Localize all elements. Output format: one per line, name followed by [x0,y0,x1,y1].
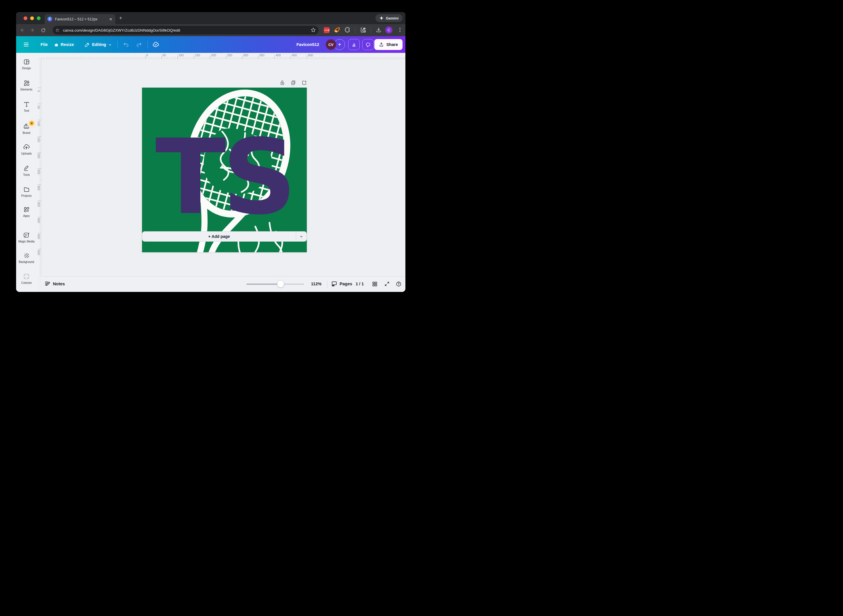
site-settings-icon[interactable] [54,27,61,33]
tab-strip: C Favicon512 – 512 × 512px ✕ + Gemini [16,12,405,24]
comments-button[interactable] [362,39,374,50]
notes-button[interactable]: Notes [44,281,65,287]
unlock-page-icon[interactable] [280,80,285,86]
topbar-divider [117,41,118,48]
extension-password-icon[interactable] [323,27,330,35]
insights-button[interactable] [348,39,360,50]
notes-icon [44,281,50,287]
zoom-slider-thumb[interactable] [277,281,284,287]
bar-chart-icon [352,42,356,47]
pen-icon [85,42,90,47]
canva-favicon-icon: C [47,17,52,22]
ruler-horizontal[interactable]: 0 50 100 150 200 250 300 350 400 450 500 [37,53,405,59]
editor-main: Design Elements Text ♛ co Brand Uploads [16,53,405,292]
gemini-button[interactable]: Gemini [375,14,403,22]
sidebar-item-design[interactable]: Design [16,59,37,70]
expand-icon [384,281,390,287]
page-controls [280,80,307,86]
user-avatar[interactable]: CV [326,40,336,50]
gemini-star-icon [380,16,384,20]
download-icon[interactable] [375,27,382,34]
sidebar-item-uploads[interactable]: Uploads [16,144,37,155]
sidebar-item-tools[interactable]: Tools [16,165,37,176]
chevron-down-icon [300,235,303,238]
canvas-workspace: TS + Add page [41,59,405,276]
maximize-window-button[interactable] [37,16,41,20]
sidebar-item-colorize[interactable]: Colorize [16,273,37,285]
ruler-major-ticks [145,55,307,59]
forward-button[interactable] [29,26,36,34]
topbar-divider [147,41,148,48]
pages-icon [331,281,337,287]
share-upload-icon [379,42,384,47]
duplicate-page-icon[interactable] [290,80,296,86]
zoom-slider[interactable] [247,284,303,285]
minimize-window-button[interactable] [30,16,34,20]
resize-button[interactable]: Resize [54,36,74,53]
grid-view-icon [372,281,378,287]
tab-title: Favicon512 – 512 × 512px [55,17,107,21]
add-page-icon[interactable] [301,80,307,86]
redo-button[interactable] [136,36,142,53]
back-button[interactable] [18,26,26,34]
cloud-save-status-icon [152,36,159,53]
gemini-label: Gemini [386,16,399,21]
reload-button[interactable] [40,26,47,34]
profile-avatar[interactable]: C [385,26,393,34]
new-tab-button[interactable]: + [119,15,122,21]
browser-window: C Favicon512 – 512 × 512px ✕ + Gemini ca… [16,12,405,292]
help-button[interactable] [396,281,402,288]
bookmark-star-icon[interactable] [310,27,316,34]
editor-top-bar: File Resize Editing Favicon512 + CV [16,36,405,53]
design-title[interactable]: Favicon512 [296,36,319,53]
file-menu-button[interactable]: File [41,36,48,53]
sidebar-item-elements[interactable]: Elements [16,80,37,91]
extensions-puzzle-icon[interactable] [344,27,351,34]
tab-search-icon[interactable] [360,27,366,34]
window-controls [24,16,41,20]
menu-hamburger-button[interactable] [23,36,29,53]
help-icon [396,281,402,287]
chevron-down-icon [108,43,112,47]
browser-toolbar: canva.com/design/DAG6GjGZXWY/Zcd8JzDhlNd… [16,24,405,36]
menu-kebab-icon[interactable] [397,27,403,34]
ruler-vertical[interactable]: 0 50 100 150 200 250 300 350 400 450 500 [37,59,41,276]
pro-crown-icon: ♛ [29,121,34,126]
ruler-major-ticks [38,88,41,250]
sidebar-item-magic-media[interactable]: Magic Media [16,232,37,243]
sidebar-item-projects[interactable]: Projects [16,186,37,197]
svg-text:co: co [25,126,28,128]
status-bar: Notes 112% Pages 1 / 1 [41,276,405,292]
object-panel-sidebar: Design Elements Text ♛ co Brand Uploads [16,53,37,292]
design-page-canvas[interactable]: TS [142,88,307,252]
zoom-level[interactable]: 112% [308,282,324,286]
editing-mode-button[interactable]: Editing [85,36,112,53]
grid-view-button[interactable] [372,281,378,288]
add-page-button[interactable]: + Add page [142,232,296,241]
sidebar-item-brand[interactable]: ♛ co Brand [16,123,37,135]
monogram-text[interactable]: TS [155,117,293,237]
url-text: canva.com/design/DAG6GjGZXWY/Zcd8JzDhlNd… [63,28,180,32]
close-window-button[interactable] [24,16,27,20]
pages-button[interactable]: Pages [331,281,352,287]
add-page-dropdown-button[interactable] [296,232,306,241]
extension-brush-icon[interactable] [334,27,340,35]
browser-tab[interactable]: C Favicon512 – 512 × 512px ✕ [44,14,115,24]
fullscreen-button[interactable] [384,281,390,288]
undo-button[interactable] [123,36,129,53]
page-indicator: 1 / 1 [356,282,364,286]
share-button[interactable]: Share [374,39,403,50]
crown-icon [54,42,59,47]
add-page-split-button: + Add page [142,231,307,242]
statusbar-divider [327,281,328,288]
comment-bubble-icon [365,42,371,47]
tab-close-icon[interactable]: ✕ [109,17,112,22]
toolbar-divider [371,27,371,33]
sidebar-item-text[interactable]: Text [16,101,37,112]
sidebar-item-background[interactable]: Background [16,252,37,264]
sidebar-item-apps[interactable]: Apps [16,206,37,217]
address-bar[interactable]: canva.com/design/DAG6GjGZXWY/Zcd8JzDhlNd… [53,26,319,34]
